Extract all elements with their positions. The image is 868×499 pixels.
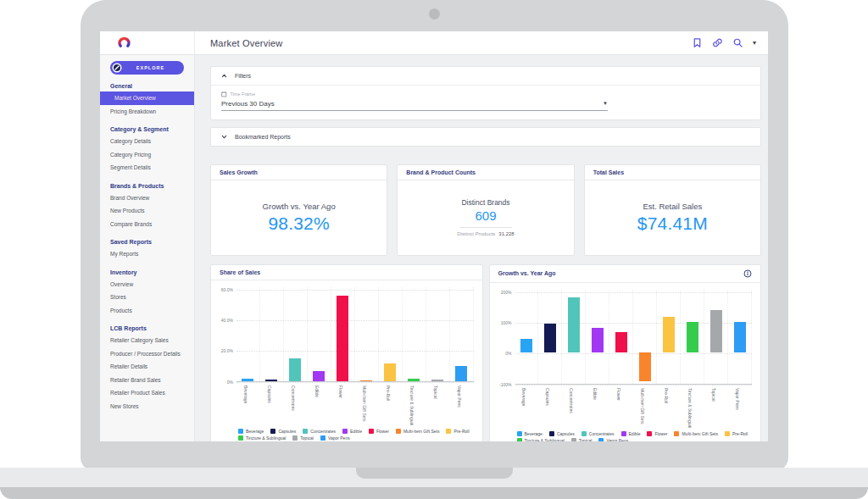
legend-item-flower[interactable]: Flower xyxy=(369,429,389,434)
bar-topical[interactable] xyxy=(431,380,443,380)
legend-item-multi-item-gift-sets[interactable]: Multi-Item Gift Sets xyxy=(674,431,718,436)
x-label-cell: Topical xyxy=(704,385,728,430)
explore-button[interactable]: EXPLORE xyxy=(110,61,184,75)
bar-edible[interactable] xyxy=(592,328,604,352)
legend-item-beverage[interactable]: Beverage xyxy=(238,429,264,434)
laptop-camera xyxy=(429,8,440,19)
sidebar-item-market-overview[interactable]: Market Overview xyxy=(100,91,194,105)
bar-tincture-sublingual[interactable] xyxy=(687,322,698,352)
legend-item-flower[interactable]: Flower xyxy=(647,431,667,436)
bar-edible[interactable] xyxy=(313,371,325,381)
y-tick-label: 60.0% xyxy=(221,287,233,292)
legend-item-topical[interactable]: Topical xyxy=(292,435,314,441)
bookmark-icon[interactable] xyxy=(692,37,703,48)
bar-vapor-pens[interactable] xyxy=(455,366,467,380)
sidebar-item-segment-details[interactable]: Segment Details xyxy=(100,161,194,175)
legend-swatch xyxy=(303,429,308,434)
sidebar-item-category-pricing[interactable]: Category Pricing xyxy=(100,148,194,162)
bar-tincture-sublingual[interactable] xyxy=(408,379,420,380)
bar-flower[interactable] xyxy=(615,332,627,352)
sidebar-item-products[interactable]: Products xyxy=(100,304,194,318)
legend-item-pre-roll[interactable]: Pre-Roll xyxy=(725,431,748,436)
kpi-card-brand-product-counts: Brand & Product Counts Distinct Brands 6… xyxy=(397,164,574,256)
legend-label: Concentrates xyxy=(589,431,615,436)
sidebar-item-retailer-details[interactable]: Retailer Details xyxy=(100,360,194,374)
legend-swatch xyxy=(725,431,730,436)
bar-vapor-pens[interactable] xyxy=(734,322,746,352)
legend-item-vapor-pens[interactable]: Vapor Pens xyxy=(320,435,350,441)
kpi-card-header: Sales Growth xyxy=(211,165,387,180)
y-tick-label: 0% xyxy=(505,351,511,356)
legend-item-edible[interactable]: Edible xyxy=(621,431,641,436)
x-label-cell: Concentrates xyxy=(284,382,308,428)
bar-capsules[interactable] xyxy=(265,380,277,381)
legend-swatch xyxy=(647,431,652,436)
sidebar-item-retailer-product-sales[interactable]: Retailer Product Sales xyxy=(100,386,194,400)
bar-flower[interactable] xyxy=(337,296,348,381)
legend-item-multi-item-gift-sets[interactable]: Multi-Item Gift Sets xyxy=(396,429,440,434)
plot-column-edible xyxy=(308,287,331,381)
legend-swatch xyxy=(320,435,326,441)
kpi-label: Distinct Brands xyxy=(461,198,509,207)
headset-logo-icon xyxy=(117,36,131,50)
bar-topical[interactable] xyxy=(710,310,722,353)
legend-item-topical[interactable]: Topical xyxy=(571,438,593,442)
x-label-cell: Multi-Item Gift Sets xyxy=(355,382,379,428)
plot-column-vapor-pens xyxy=(728,290,752,384)
sidebar-section-header: Category & Segment xyxy=(100,126,194,132)
chevron-down-icon xyxy=(221,134,227,140)
sidebar-item-new-products[interactable]: New Products xyxy=(100,204,194,218)
bar-concentrates[interactable] xyxy=(568,297,580,352)
sidebar-section-saved-reports: Saved ReportsMy Reports xyxy=(100,239,194,261)
legend-item-pre-roll[interactable]: Pre-Roll xyxy=(446,429,469,434)
link-icon[interactable] xyxy=(712,37,723,48)
kpi-card-sales-growth: Sales Growth Growth vs. Year Ago 98.32% xyxy=(210,164,387,256)
plot-row: 0%20.0%40.0%60.0% xyxy=(214,287,474,382)
legend-swatch xyxy=(621,431,626,436)
sidebar-item-retailer-brand-sales[interactable]: Retailer Brand Sales xyxy=(100,374,194,387)
sidebar-item-pricing-breakdown[interactable]: Pricing Breakdown xyxy=(100,105,194,119)
sidebar-item-stores[interactable]: Stores xyxy=(100,291,194,304)
legend-item-tincture-sublingual[interactable]: Tincture & Sublingual xyxy=(517,438,565,442)
sidebar-item-producer-processor-details[interactable]: Producer / Processor Details xyxy=(100,347,194,361)
bar-pre-roll[interactable] xyxy=(663,317,675,352)
kpi-card-header: Total Sales xyxy=(585,165,760,180)
app-screen: Market Overview ▾ xyxy=(100,31,768,441)
sidebar-section-header: LCB Reports xyxy=(100,325,194,331)
bar-beverage[interactable] xyxy=(242,379,253,381)
y-axis: 0%20.0%40.0%60.0% xyxy=(214,287,236,382)
legend-label: Flower xyxy=(654,431,667,436)
plot-columns xyxy=(515,290,753,384)
plot-column-flower xyxy=(609,290,633,384)
legend-item-concentrates[interactable]: Concentrates xyxy=(581,431,615,436)
bar-concentrates[interactable] xyxy=(289,358,301,380)
filters-body: Time Frame Previous 30 Days ▼ xyxy=(211,86,760,119)
sidebar-item-new-stores[interactable]: New Stores xyxy=(100,400,194,413)
bar-multi-item-gift-sets[interactable] xyxy=(639,352,651,380)
bar-capsules[interactable] xyxy=(544,324,556,353)
legend-item-beverage[interactable]: Beverage xyxy=(517,431,542,436)
kpi-card-header: Brand & Product Counts xyxy=(398,165,573,180)
info-icon[interactable] xyxy=(743,269,752,278)
bookmarked-reports-header[interactable]: Bookmarked Reports xyxy=(211,128,760,146)
legend-swatch xyxy=(238,435,243,441)
filters-header[interactable]: Filters xyxy=(211,67,760,86)
sidebar-item-retailer-category-sales[interactable]: Retailer Category Sales xyxy=(100,334,194,347)
legend-item-concentrates[interactable]: Concentrates xyxy=(303,429,336,434)
time-frame-select[interactable]: Previous 30 Days ▼ xyxy=(221,100,608,111)
caret-down-icon[interactable]: ▾ xyxy=(753,40,756,47)
legend-item-capsules[interactable]: Capsules xyxy=(549,431,575,436)
legend-item-edible[interactable]: Edible xyxy=(342,429,362,434)
bar-pre-roll[interactable] xyxy=(384,363,396,381)
sidebar-section-brands-products: Brands & ProductsBrand OverviewNew Produ… xyxy=(100,183,194,231)
search-icon[interactable] xyxy=(732,37,743,48)
sidebar-item-my-reports[interactable]: My Reports xyxy=(100,247,194,261)
sidebar-item-overview[interactable]: Overview xyxy=(100,278,194,291)
sidebar-item-compare-brands[interactable]: Compare Brands xyxy=(100,218,194,231)
legend-item-vapor-pens[interactable]: Vapor Pens xyxy=(598,438,628,442)
bar-beverage[interactable] xyxy=(520,339,532,352)
sidebar-item-brand-overview[interactable]: Brand Overview xyxy=(100,191,194,205)
legend-item-tincture-sublingual[interactable]: Tincture & Sublingual xyxy=(238,435,286,441)
legend-item-capsules[interactable]: Capsules xyxy=(270,429,296,434)
sidebar-item-category-details[interactable]: Category Details xyxy=(100,135,194,148)
